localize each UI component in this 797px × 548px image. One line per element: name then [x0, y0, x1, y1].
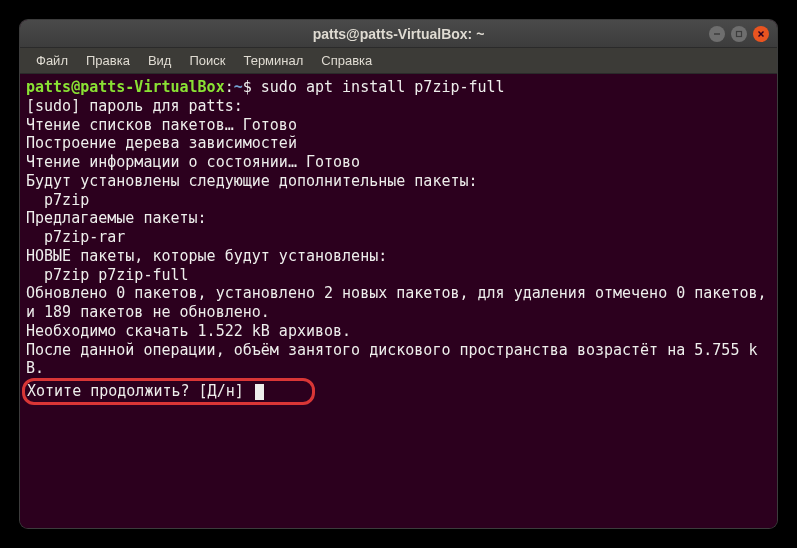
cursor-icon	[255, 384, 264, 400]
output-line: Будут установлены следующие дополнительн…	[26, 172, 771, 191]
prompt-symbol: $	[243, 78, 252, 96]
prompt-path: ~	[234, 78, 243, 96]
svg-rect-1	[737, 31, 742, 36]
menu-view[interactable]: Вид	[140, 51, 180, 70]
output-line: После данной операции, объём занятого ди…	[26, 341, 771, 379]
close-button[interactable]	[753, 26, 769, 42]
menu-search[interactable]: Поиск	[181, 51, 233, 70]
output-line: Предлагаемые пакеты:	[26, 209, 771, 228]
window-title: patts@patts-VirtualBox: ~	[313, 26, 485, 42]
minimize-icon	[713, 30, 721, 38]
menu-edit[interactable]: Правка	[78, 51, 138, 70]
highlight-annotation: Хотите продолжить? [Д/н]	[22, 378, 315, 405]
confirm-line: Хотите продолжить? [Д/н]	[26, 378, 771, 405]
output-line: НОВЫЕ пакеты, которые будут установлены:	[26, 247, 771, 266]
menu-terminal[interactable]: Терминал	[235, 51, 311, 70]
output-line: Чтение информации о состоянии… Готово	[26, 153, 771, 172]
maximize-icon	[735, 30, 743, 38]
prompt-colon: :	[225, 78, 234, 96]
command-text: sudo apt install p7zip-full	[261, 78, 505, 96]
output-line: Чтение списков пакетов… Готово	[26, 116, 771, 135]
minimize-button[interactable]	[709, 26, 725, 42]
close-icon	[757, 30, 765, 38]
output-line: p7zip	[26, 191, 771, 210]
output-line: Необходимо скачать 1.522 kB архивов.	[26, 322, 771, 341]
output-line: Обновлено 0 пакетов, установлено 2 новых…	[26, 284, 771, 322]
terminal-window: patts@patts-VirtualBox: ~ Файл Правка Ви…	[20, 20, 777, 528]
terminal-content[interactable]: patts@patts-VirtualBox:~$ sudo apt insta…	[20, 74, 777, 528]
output-line: Построение дерева зависимостей	[26, 134, 771, 153]
window-controls	[709, 26, 769, 42]
menu-help[interactable]: Справка	[313, 51, 380, 70]
prompt-user-host: patts@patts-VirtualBox	[26, 78, 225, 96]
output-line: p7zip p7zip-full	[26, 266, 771, 285]
titlebar: patts@patts-VirtualBox: ~	[20, 20, 777, 48]
menubar: Файл Правка Вид Поиск Терминал Справка	[20, 48, 777, 74]
menu-file[interactable]: Файл	[28, 51, 76, 70]
prompt-line: patts@patts-VirtualBox:~$ sudo apt insta…	[26, 78, 771, 97]
output-line: p7zip-rar	[26, 228, 771, 247]
maximize-button[interactable]	[731, 26, 747, 42]
output-line: [sudo] пароль для patts:	[26, 97, 771, 116]
confirm-prompt-text: Хотите продолжить? [Д/н]	[27, 382, 253, 400]
